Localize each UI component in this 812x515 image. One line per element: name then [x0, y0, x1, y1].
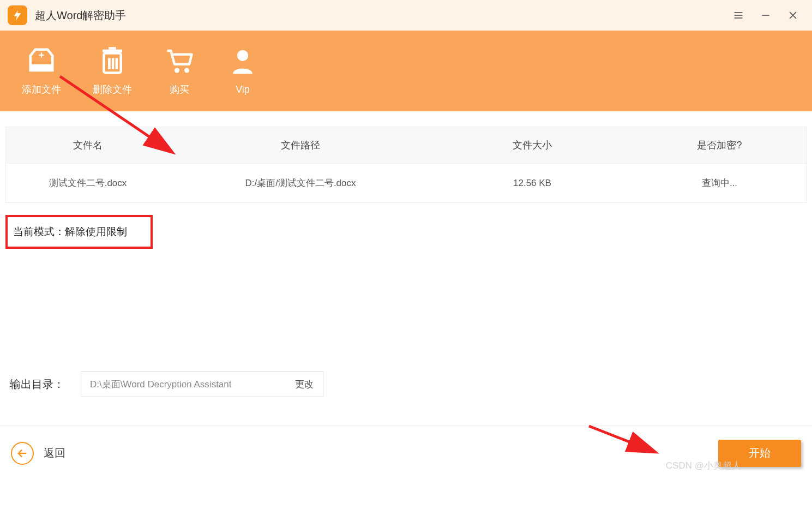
user-icon: [227, 47, 258, 76]
file-table: 文件名 文件路径 文件大小 是否加密? 测试文件二号.docx D:/桌面/测试…: [5, 127, 807, 203]
cell-filename: 测试文件二号.docx: [6, 177, 170, 189]
svg-rect-8: [31, 64, 53, 70]
vip-label: Vip: [236, 84, 250, 95]
output-path-field[interactable]: D:\桌面\Word Decryption Assistant: [81, 371, 302, 397]
svg-rect-7: [41, 52, 42, 57]
close-icon[interactable]: [787, 9, 799, 21]
vip-button[interactable]: Vip: [227, 47, 258, 95]
svg-point-15: [175, 68, 179, 73]
svg-rect-12: [108, 58, 111, 69]
add-file-icon: [26, 46, 57, 75]
minimize-icon[interactable]: [760, 9, 772, 21]
svg-point-16: [184, 68, 189, 73]
buy-button[interactable]: 购买: [164, 46, 195, 96]
header-filepath: 文件路径: [170, 139, 431, 152]
svg-point-17: [237, 50, 248, 61]
app-title: 超人Word解密助手: [35, 8, 126, 23]
svg-rect-14: [116, 58, 118, 69]
footer-bar: 返回 开始: [0, 426, 812, 480]
title-bar: 超人Word解密助手: [0, 0, 812, 31]
menu-icon[interactable]: [732, 9, 744, 21]
window-controls: [732, 9, 804, 21]
back-label: 返回: [44, 446, 65, 460]
svg-rect-10: [103, 50, 122, 53]
table-row[interactable]: 测试文件二号.docx D:/桌面/测试文件二号.docx 12.56 KB 查…: [6, 163, 806, 202]
cart-icon: [164, 46, 195, 75]
delete-file-label: 删除文件: [93, 83, 132, 96]
add-file-label: 添加文件: [22, 83, 61, 96]
main-toolbar: 添加文件 删除文件 购买 Vip: [0, 31, 812, 111]
file-table-header: 文件名 文件路径 文件大小 是否加密?: [6, 127, 806, 163]
cell-filesize: 12.56 KB: [431, 178, 633, 189]
delete-file-button[interactable]: 删除文件: [93, 46, 132, 96]
header-filesize: 文件大小: [431, 139, 633, 152]
svg-rect-11: [109, 47, 116, 50]
change-output-button[interactable]: 更改: [285, 371, 323, 397]
watermark-text: CSDN @小奥超人: [666, 459, 741, 472]
trash-icon: [97, 46, 128, 75]
svg-rect-13: [112, 58, 115, 69]
cell-encrypted: 查询中...: [633, 177, 806, 189]
header-encrypted: 是否加密?: [633, 139, 806, 152]
current-mode-box: 当前模式：解除使用限制: [5, 215, 153, 249]
back-button[interactable]: 返回: [11, 442, 65, 465]
back-arrow-icon: [11, 442, 34, 465]
cell-filepath: D:/桌面/测试文件二号.docx: [170, 177, 431, 189]
output-directory-row: 输出目录： D:\桌面\Word Decryption Assistant 更改: [10, 371, 323, 397]
title-bar-left: 超人Word解密助手: [8, 5, 126, 25]
app-logo-icon: [8, 5, 27, 25]
buy-label: 购买: [170, 83, 189, 96]
output-label: 输出目录：: [10, 377, 64, 392]
add-file-button[interactable]: 添加文件: [22, 46, 61, 96]
header-filename: 文件名: [6, 139, 170, 152]
